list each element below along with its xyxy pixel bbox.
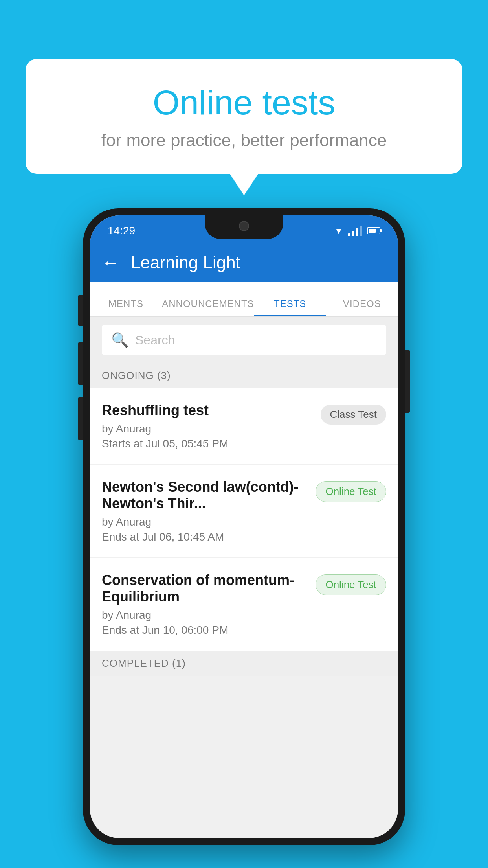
tab-bar: MENTS ANNOUNCEMENTS TESTS VIDEOS: [90, 282, 398, 317]
bubble-title: Online tests: [57, 83, 431, 123]
completed-section-header: COMPLETED (1): [90, 651, 398, 676]
front-camera: [239, 221, 249, 231]
tab-tests[interactable]: TESTS: [254, 298, 326, 316]
test-list: Reshuffling test by Anurag Starts at Jul…: [90, 388, 398, 651]
test-info: Conservation of momentum-Equilibrium by …: [102, 572, 308, 636]
test-info: Reshuffling test by Anurag Starts at Jul…: [102, 402, 313, 450]
test-name: Reshuffling test: [102, 402, 313, 419]
back-arrow-icon[interactable]: ←: [102, 253, 119, 272]
volume-up-button: [78, 295, 83, 326]
completed-label: COMPLETED (1): [102, 657, 186, 669]
ongoing-section-header: ONGOING (3): [90, 363, 398, 388]
phone-wrapper: 14:29 ▼: [83, 208, 405, 845]
wifi-icon: ▼: [334, 225, 343, 236]
volume-down-button: [78, 342, 83, 385]
signal-icon: [348, 225, 362, 236]
status-time: 14:29: [108, 224, 135, 237]
tab-videos[interactable]: VIDEOS: [326, 298, 398, 316]
tab-ments[interactable]: MENTS: [90, 298, 162, 316]
test-name: Conservation of momentum-Equilibrium: [102, 572, 308, 605]
phone-frame: 14:29 ▼: [83, 208, 405, 845]
phone-notch: [205, 215, 283, 239]
test-info: Newton's Second law(contd)-Newton's Thir…: [102, 479, 308, 543]
test-date: Ends at Jul 06, 10:45 AM: [102, 531, 308, 543]
phone-screen: 14:29 ▼: [90, 215, 398, 838]
search-container: 🔍 Search: [90, 317, 398, 363]
test-item[interactable]: Newton's Second law(contd)-Newton's Thir…: [90, 465, 398, 558]
battery-icon: [367, 227, 380, 234]
test-author: by Anurag: [102, 609, 308, 622]
speech-bubble: Online tests for more practice, better p…: [26, 59, 462, 174]
test-date: Starts at Jul 05, 05:45 PM: [102, 438, 313, 450]
app-bar: ← Learning Light: [90, 243, 398, 282]
tab-announcements[interactable]: ANNOUNCEMENTS: [162, 298, 254, 316]
test-badge-class: Class Test: [321, 405, 386, 425]
ongoing-label: ONGOING (3): [102, 370, 171, 381]
test-item[interactable]: Conservation of momentum-Equilibrium by …: [90, 558, 398, 651]
search-placeholder: Search: [135, 333, 175, 348]
app-title: Learning Light: [131, 253, 240, 272]
phone-left-button: [78, 397, 83, 440]
power-button: [405, 350, 410, 413]
test-author: by Anurag: [102, 516, 308, 528]
test-item[interactable]: Reshuffling test by Anurag Starts at Jul…: [90, 388, 398, 465]
search-bar[interactable]: 🔍 Search: [102, 325, 386, 355]
bubble-subtitle: for more practice, better performance: [57, 131, 431, 150]
test-author: by Anurag: [102, 423, 313, 435]
search-icon: 🔍: [111, 332, 129, 348]
test-badge-online: Online Test: [316, 481, 386, 502]
test-badge-online-2: Online Test: [316, 574, 386, 595]
status-icons: ▼: [334, 225, 380, 236]
speech-bubble-container: Online tests for more practice, better p…: [26, 59, 462, 174]
test-name: Newton's Second law(contd)-Newton's Thir…: [102, 479, 308, 512]
test-date: Ends at Jun 10, 06:00 PM: [102, 624, 308, 636]
